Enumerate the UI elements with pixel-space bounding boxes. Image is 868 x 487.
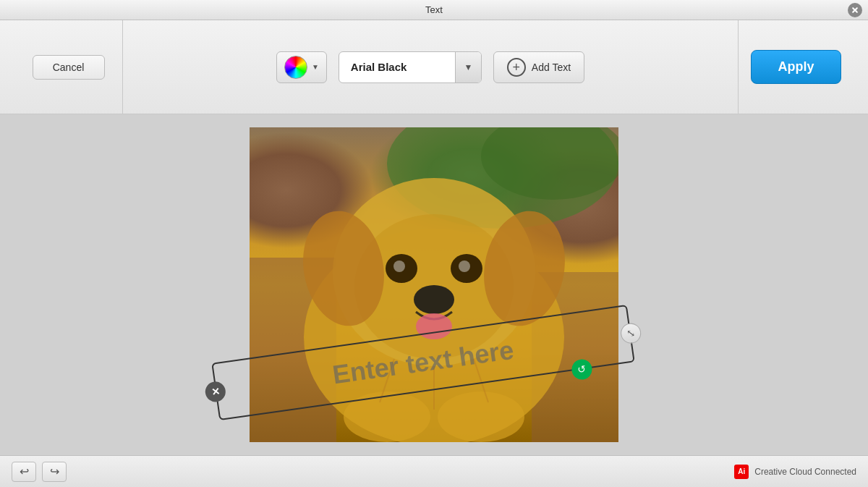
tools-section: ▼ Arial Black ▼ + Add Text <box>123 51 738 83</box>
color-picker-button[interactable]: ▼ <box>276 51 327 83</box>
cloud-status-text: Creative Cloud Connected <box>754 467 856 477</box>
toolbar: Cancel ▼ Arial Black ▼ + Add Text Apply <box>0 20 868 114</box>
text-input-placeholder: Enter text here <box>331 335 515 391</box>
svg-point-10 <box>393 261 405 272</box>
canvas-area: Enter text here ✕ ↺ ⤡ <box>0 114 868 455</box>
bottom-bar: ↩ ↪ Ai Creative Cloud Connected <box>0 455 868 487</box>
add-text-label: Add Text <box>532 62 571 73</box>
navigation-buttons: ↩ ↪ <box>12 462 67 482</box>
image-container: Enter text here ✕ ↺ ⤡ <box>250 127 618 442</box>
font-selector[interactable]: Arial Black ▼ <box>339 51 482 83</box>
add-text-button[interactable]: + Add Text <box>493 51 584 83</box>
font-dropdown-button[interactable]: ▼ <box>455 52 481 82</box>
apply-section: Apply <box>738 20 854 114</box>
redo-button[interactable]: ↪ <box>42 462 67 482</box>
window-title: Text <box>425 4 443 15</box>
svg-point-11 <box>459 261 470 272</box>
text-box-container[interactable]: Enter text here ✕ ↺ ⤡ <box>235 355 640 420</box>
cloud-status: Ai Creative Cloud Connected <box>734 465 856 479</box>
svg-point-12 <box>414 285 454 314</box>
cancel-button[interactable]: Cancel <box>33 55 105 80</box>
apply-button[interactable]: Apply <box>751 50 841 84</box>
title-bar: Text <box>0 0 868 20</box>
plus-circle-icon: + <box>507 58 526 77</box>
cancel-section: Cancel <box>14 20 123 114</box>
close-button[interactable] <box>848 3 862 17</box>
color-wheel-icon <box>284 56 307 79</box>
undo-button[interactable]: ↩ <box>12 462 36 482</box>
color-dropdown-arrow: ▼ <box>312 63 319 71</box>
adobe-logo-icon: Ai <box>734 465 749 479</box>
font-name-display: Arial Black <box>339 61 455 73</box>
